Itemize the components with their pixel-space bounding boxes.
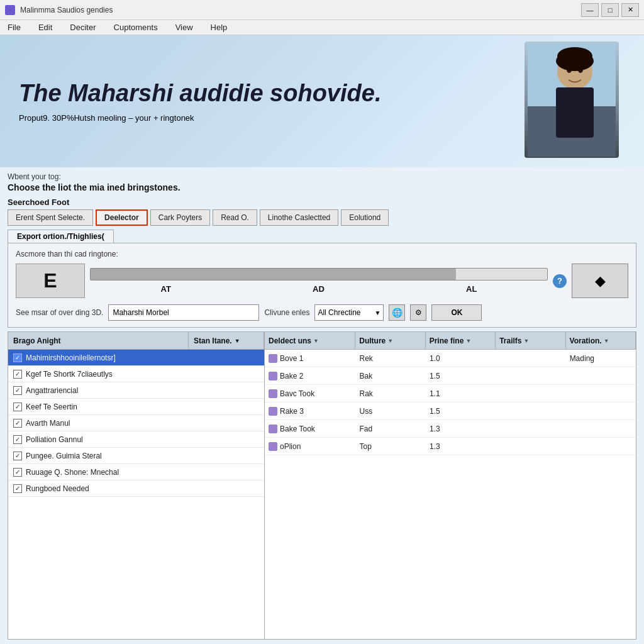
header-voration[interactable]: Voration. ▼ (566, 332, 636, 349)
window-title: Malinmma Saudios gendies (20, 6, 113, 14)
person-svg (528, 43, 616, 157)
slider-labels: AT AD AL (90, 284, 548, 294)
left-header-stan[interactable]: Stan Itane. ▼ (189, 332, 264, 349)
banner-subtitle-highlight: 9. 30P% (43, 113, 74, 123)
svg-point-7 (556, 51, 594, 71)
app-icon (5, 5, 15, 15)
toolbar-row: Erent Spent Selecte. Deelector Cark Poyt… (8, 209, 636, 226)
sort-icon: ▼ (523, 338, 529, 344)
table-row[interactable]: Bake 2 Bak 1.5 (265, 367, 636, 385)
row-icon (269, 372, 277, 380)
row-icon (269, 354, 277, 363)
row-icon (269, 425, 277, 433)
title-bar-controls: — □ ✕ (581, 3, 639, 17)
section-label: Seerchoed Foot (8, 197, 636, 207)
minimize-button[interactable]: — (581, 3, 599, 17)
text-input[interactable] (108, 304, 259, 321)
tab-row: Export ortion./Thighlies( (8, 230, 636, 243)
controls-row-2: See msar of over ding 3D. Clivune enles … (16, 304, 628, 321)
list-item[interactable]: ✓ Keef Te Seertin (8, 399, 264, 415)
settings-button[interactable]: ⚙ (410, 304, 426, 321)
header-dulture[interactable]: Dulture ▼ (355, 332, 425, 349)
see-label: See msar of over ding 3D. (16, 308, 103, 317)
row-icon (269, 442, 277, 451)
sort-icon: ▼ (465, 338, 471, 344)
list-item[interactable]: ✓ Polliation Gannul (8, 431, 264, 448)
panel-label: Ascmore than thi cad ringtone: (16, 250, 628, 258)
menu-view[interactable]: View (170, 21, 198, 33)
table-body: Bove 1 Rek 1.0 Mading Bake 2 Bak 1.5 Bav… (265, 350, 636, 639)
close-button[interactable]: ✕ (621, 3, 639, 17)
main-content: Wbent your tog: Choose the liot the mia … (0, 167, 644, 644)
banner-subtitle-suffix: Hutsh meoling – your + ringtonek (74, 113, 194, 123)
ok-button[interactable]: OK (431, 304, 482, 321)
table-row[interactable]: oPlion Top 1.3 (265, 438, 636, 455)
list-item[interactable]: ✓ Kgef Te Shortk 7cliaeutlys (8, 366, 264, 382)
maximize-button[interactable]: □ (601, 3, 619, 17)
two-col-area: Brago Anight Stan Itane. ▼ ✓ Mahimirshho… (8, 331, 636, 640)
combo-value: All Chrectine (318, 308, 360, 317)
checkbox[interactable]: ✓ (13, 435, 22, 444)
menu-file[interactable]: File (3, 21, 26, 33)
list-item[interactable]: ✓ Pungee. Guimia Steral (8, 448, 264, 464)
row-icon (269, 407, 277, 416)
help-icon[interactable]: ? (553, 274, 567, 288)
toolbar-btn-linothe[interactable]: Linothe Caslectted (260, 209, 338, 226)
checkbox[interactable]: ✓ (13, 353, 22, 362)
sort-icon: ▼ (387, 338, 393, 344)
table-row[interactable]: Bove 1 Rek 1.0 Mading (265, 350, 636, 367)
checkbox[interactable]: ✓ (13, 468, 22, 477)
menu-deciter[interactable]: Deciter (65, 21, 101, 33)
toolbar-btn-erent[interactable]: Erent Spent Selecte. (8, 209, 93, 226)
slider-label-ad: AD (313, 284, 325, 294)
table-row[interactable]: Bake Took Fad 1.3 (265, 420, 636, 438)
toolbar-btn-read[interactable]: Read O. (213, 209, 257, 226)
checkbox[interactable]: ✓ (13, 370, 22, 379)
title-bar-left: Malinmma Saudios gendies (5, 5, 113, 15)
controls-row-1: E AT AD AL ? ◆ (16, 264, 628, 298)
svg-rect-3 (556, 87, 594, 138)
menu-edit[interactable]: Edit (33, 21, 57, 33)
slider-label-al: AL (466, 284, 477, 294)
table-header: Deldect uns ▼ Dulture ▼ Prine fine ▼ Tra… (265, 332, 636, 350)
export-tab[interactable]: Export ortion./Thighlies( (8, 230, 114, 243)
list-item[interactable]: ✓ Mahimirshhooinilellernotsr] (8, 350, 264, 366)
checkbox[interactable]: ✓ (13, 402, 22, 411)
big-e-display: E (16, 264, 85, 298)
checkbox[interactable]: ✓ (13, 452, 22, 460)
row-icon (269, 389, 277, 398)
menu-cuptoments[interactable]: Cuptoments (109, 21, 163, 33)
table-row[interactable]: Rake 3 Uss 1.5 (265, 402, 636, 420)
toolbar-btn-cark[interactable]: Cark Poyters (150, 209, 210, 226)
combo-box[interactable]: All Chrectine ▼ (314, 304, 384, 321)
diamond-button[interactable]: ◆ (572, 264, 628, 298)
list-items: ✓ Mahimirshhooinilellernotsr] ✓ Kgef Te … (8, 350, 264, 639)
list-item[interactable]: ✓ Rungboed Needed (8, 480, 264, 497)
slider-track[interactable] (90, 268, 548, 280)
banner-subtitle-prefix: Proput (19, 113, 43, 123)
checkbox[interactable]: ✓ (13, 386, 22, 395)
list-item[interactable]: ✓ Ruuage Q. Shone: Mnechal (8, 464, 264, 480)
banner: The Maharshi audidie sohovide. Proput 9.… (0, 35, 644, 167)
instruction-label: Wbent your tog: (8, 172, 636, 181)
list-item[interactable]: ✓ Avarth Manul (8, 415, 264, 431)
toolbar-btn-deelector[interactable]: Deelector (96, 209, 148, 226)
toolbar-btn-eolutiond[interactable]: Eolutiond (341, 209, 389, 226)
panel: Ascmore than thi cad ringtone: E AT AD A… (8, 243, 636, 328)
right-column: Deldect uns ▼ Dulture ▼ Prine fine ▼ Tra… (265, 332, 636, 639)
sort-icon: ▼ (604, 338, 609, 344)
header-prine[interactable]: Prine fine ▼ (426, 332, 496, 349)
header-trailfs[interactable]: Trailfs ▼ (496, 332, 565, 349)
checkbox[interactable]: ✓ (13, 484, 22, 493)
title-bar: Malinmma Saudios gendies — □ ✕ (0, 0, 644, 20)
globe-button[interactable]: 🌐 (389, 304, 405, 321)
combo-label: Clivune enles (264, 308, 309, 317)
slider-area: AT AD AL (90, 268, 548, 294)
left-header-brago: Brago Anight (8, 332, 189, 349)
header-deldect[interactable]: Deldect uns ▼ (265, 332, 355, 349)
table-row[interactable]: Bavc Took Rak 1.1 (265, 385, 636, 402)
menu-help[interactable]: Help (206, 21, 233, 33)
stan-sort-icon: ▼ (235, 338, 240, 344)
checkbox[interactable]: ✓ (13, 419, 22, 428)
list-item[interactable]: ✓ Angattrariencial (8, 382, 264, 399)
